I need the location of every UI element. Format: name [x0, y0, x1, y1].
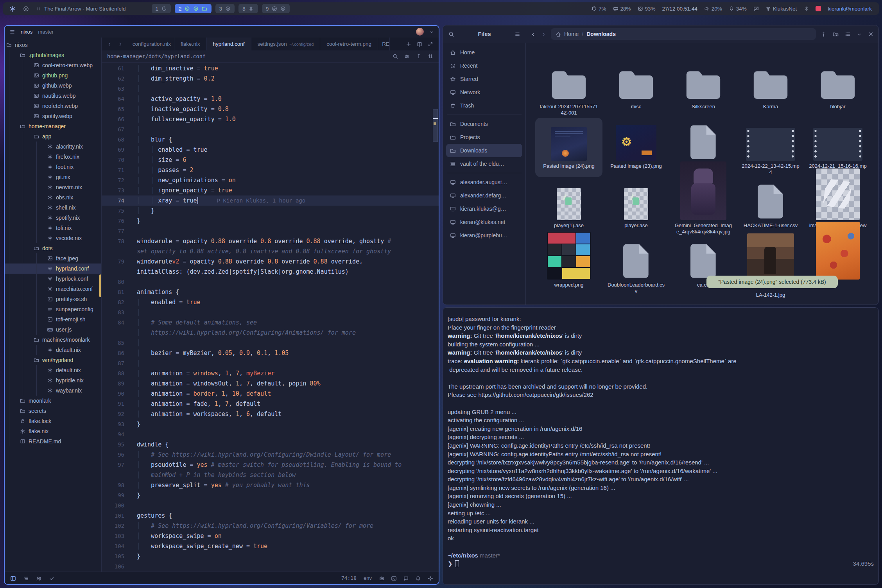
audio-mic[interactable]: 34%	[729, 6, 747, 12]
code-line-75[interactable]: 75│ }	[102, 206, 439, 216]
tree-item-default.nix[interactable]: default.nix	[5, 345, 101, 355]
tab-configuration.nix[interactable]: configuration.nix	[128, 38, 174, 50]
status-outline[interactable]	[23, 575, 29, 581]
code-line-62[interactable]: 62│ dim_strength = 0.2	[102, 74, 439, 84]
spotify-icon[interactable]	[23, 5, 29, 12]
stat-disk[interactable]: 93%	[638, 6, 656, 12]
code-line-106[interactable]: 106	[102, 561, 439, 572]
split-pane-icon[interactable]	[417, 41, 422, 47]
code-line-64[interactable]: 64│ active_opacity = 1.0	[102, 94, 439, 104]
file-item-misc[interactable]: misc	[602, 58, 670, 118]
tree-item-vscode.nix[interactable]: vscode.nix	[5, 233, 101, 243]
tree-item-git.nix[interactable]: git.nix	[5, 172, 101, 182]
code-line-101[interactable]: 101gestures {	[102, 511, 439, 521]
terminal-window[interactable]: [sudo] password for kierank:Place your f…	[443, 307, 879, 585]
code-line-68[interactable]: 68│ blur {	[102, 134, 439, 145]
code-line-63[interactable]: 63│	[102, 84, 439, 94]
tree-item-spotify.nix[interactable]: spotify.nix	[5, 213, 101, 223]
tab-flake.nix[interactable]: flake.nix	[174, 38, 207, 50]
tree-item-wm/hyprland[interactable]: wm/hyprland	[5, 355, 101, 365]
network-module[interactable]: KlukasNet	[765, 6, 797, 12]
code-line-67[interactable]: 67│	[102, 124, 439, 134]
git-branch-label[interactable]: master	[38, 29, 54, 35]
tray-reddot[interactable]	[816, 6, 821, 11]
header-close[interactable]	[868, 30, 874, 38]
code-line-82[interactable]: 82│ enabled = true	[102, 297, 439, 307]
code-line-98[interactable]: 98│ preserve_split = yes # you probably …	[102, 480, 439, 490]
code-line-74[interactable]: 74│ │ xray = trueKieran Klukas, 1 hour a…	[102, 195, 439, 206]
tree-item-macchiato.conf[interactable]: macchiato.conf	[5, 284, 101, 294]
code-line-86[interactable]: 86│ bezier = myBezier, 0.05, 0.9, 0.1, 1…	[102, 348, 439, 358]
code-line-103[interactable]: 103│ workspace_swipe = on	[102, 531, 439, 541]
code-line-102[interactable]: 102│ # See https://wiki.hyprland.org/Con…	[102, 521, 439, 531]
tree-item-hypridle.nix[interactable]: hypridle.nix	[5, 375, 101, 385]
status-ptree[interactable]	[10, 575, 16, 581]
tab-hyprland.conf[interactable]: hyprland.conf	[207, 38, 251, 50]
tree-item-nixos[interactable]: nixos	[5, 40, 101, 50]
file-item-Gemini_Generated_Image_4rqv8k4rqv8k4rqv.jpg[interactable]: Gemini_Generated_Image_4rqv8k4rqv8k4rqv.…	[670, 177, 737, 237]
search-icon[interactable]	[448, 30, 454, 38]
tree-item-tofi-emoji.sh[interactable]: tofi-emoji.sh	[5, 314, 101, 324]
chevron-down-icon[interactable]	[429, 29, 434, 35]
code-line-93[interactable]: 93}	[102, 419, 439, 429]
header-chd[interactable]	[857, 30, 862, 38]
sidebar-item-vault of the eldu…[interactable]: vault of the eldu…	[446, 157, 522, 170]
status-bell[interactable]	[415, 575, 421, 581]
tree-item-face.jpeg[interactable]: face.jpeg	[5, 253, 101, 264]
app-menu-icon[interactable]	[9, 29, 15, 35]
code-line-92[interactable]: 92│ animation = workspaces, 1, 6, defaul…	[102, 409, 439, 419]
status-chat[interactable]	[403, 575, 409, 581]
tree-item-sunpaperconfig[interactable]: sunpaperconfig	[5, 304, 101, 314]
file-item-Silkscreen[interactable]: Silkscreen	[670, 58, 737, 118]
code-line-76[interactable]: 76}	[102, 216, 439, 226]
tree-item-spotify.webp[interactable]: spotify.webp	[5, 111, 101, 121]
status-termi[interactable]	[391, 575, 397, 581]
code-line-87[interactable]: 87│	[102, 358, 439, 368]
tree-item-secrets[interactable]: secrets	[5, 406, 101, 416]
code-line-105[interactable]: 105}	[102, 551, 439, 561]
sidebar-item-Starred[interactable]: Starred	[446, 72, 522, 86]
panel-scrollbar-marker[interactable]	[99, 274, 101, 297]
workspace-pill-8[interactable]: 8	[238, 4, 258, 13]
sidebar-item-alexander.defarg…[interactable]: alexander.defarg…	[446, 189, 522, 202]
workspace-pill-9[interactable]: 9	[262, 4, 290, 13]
code-line-80[interactable]: 80	[102, 277, 439, 287]
code-line-89[interactable]: 89│ animation = windowsOut, 1, 7, defaul…	[102, 378, 439, 389]
path-bar[interactable]: Home / Downloads	[551, 28, 816, 40]
file-item-DoubloonLeaderboard.csv[interactable]: DoubloonLeaderboard.csv	[602, 237, 670, 296]
file-item-takeout-20241207T155714Z-001[interactable]: takeout-20241207T155714Z-001	[535, 58, 602, 118]
file-item-blobjar[interactable]: blobjar	[804, 58, 871, 118]
code-editor[interactable]: 61│ dim_inactive = true62│ dim_strength …	[102, 63, 439, 572]
tree-item-dots[interactable]: dots	[5, 243, 101, 253]
code-line-97[interactable]: 97│ pseudotile = yes # master switch for…	[102, 460, 439, 470]
avatar[interactable]	[416, 28, 424, 36]
tree-item-firefox.nix[interactable]: firefox.nix	[5, 152, 101, 162]
stat-ram[interactable]: 28%	[613, 6, 631, 12]
code-line-wrap[interactable]: initialClass: (dev.zed.Zed|spotify|Slack…	[102, 267, 439, 277]
breadcrumb[interactable]: home-manager/dots/hyprland.conf	[107, 53, 206, 59]
tree-item-hyprland.conf[interactable]: hyprland.conf	[5, 264, 101, 274]
file-item-2024-12-22_13-42-15.mp4[interactable]: 2024-12-22_13-42-15.mp4	[737, 118, 804, 177]
tree-item-neofetch.webp[interactable]: neofetch.webp	[5, 101, 101, 111]
code-line-69[interactable]: 69│ │ enabled = true	[102, 145, 439, 155]
status-robot[interactable]	[379, 575, 385, 581]
audio-cast[interactable]	[753, 6, 759, 11]
tray-bt[interactable]	[803, 6, 809, 11]
code-line-96[interactable]: 96│ # See https://wiki.hyprland.org/Conf…	[102, 450, 439, 460]
sidebar-item-kieran.klukas@g…[interactable]: kieran.klukas@g…	[446, 202, 522, 215]
code-line-78[interactable]: 78windowrule = opacity 0.88 override 0.8…	[102, 236, 439, 246]
file-item-HACKATIME-1-user.csv[interactable]: HACKATIME-1-user.csv	[737, 177, 804, 237]
sidebar-item-Home[interactable]: Home	[446, 46, 522, 59]
tree-item-neovim.nix[interactable]: neovim.nix	[5, 182, 101, 192]
media-player-module[interactable]: The Final Arrow - Marc Streitenfeld	[36, 6, 126, 12]
code-line-77[interactable]: 77	[102, 226, 439, 236]
sidebar-item-Network[interactable]: Network	[446, 86, 522, 99]
scrollbar-thumb[interactable]	[433, 109, 438, 142]
code-line-104[interactable]: 104│ workspace_swipe_create_new = true	[102, 541, 439, 551]
file-item-player.ase[interactable]: player.ase	[602, 177, 670, 237]
code-line-100[interactable]: 100	[102, 500, 439, 511]
tree-item-flake.nix[interactable]: flake.nix	[5, 426, 101, 436]
file-item-player(1).ase[interactable]: player(1).ase	[535, 177, 602, 237]
tree-item-hyprlock.conf[interactable]: hyprlock.conf	[5, 274, 101, 284]
tree-item-waybar.nix[interactable]: waybar.nix	[5, 385, 101, 396]
